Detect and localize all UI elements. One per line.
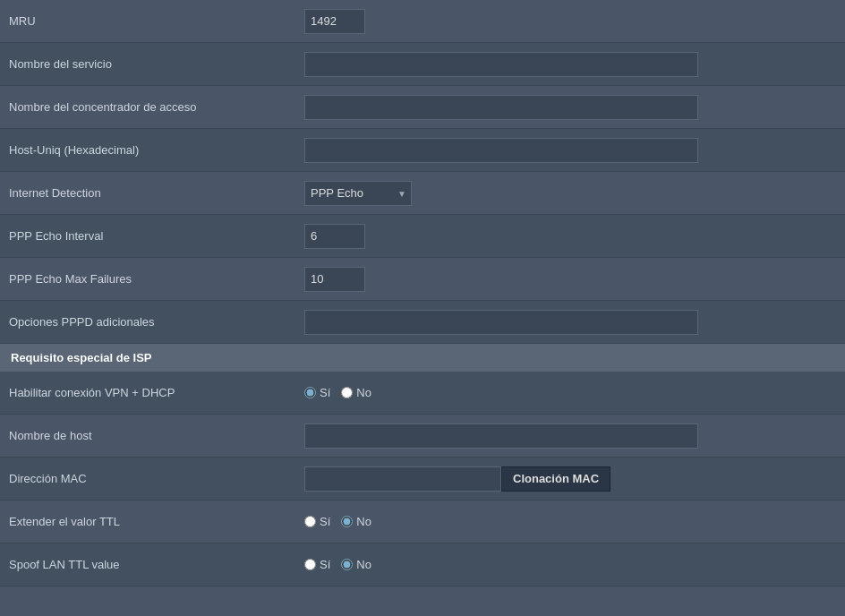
habilitar-vpn-si-radio[interactable] <box>304 387 316 398</box>
nombre-host-label: Nombre de host <box>9 429 304 442</box>
habilitar-vpn-si-text: Sí <box>320 386 330 399</box>
direccion-mac-input[interactable] <box>304 466 501 492</box>
extender-ttl-no-label[interactable]: No <box>341 515 371 528</box>
habilitar-vpn-si-label[interactable]: Sí <box>304 386 330 399</box>
internet-detection-label: Internet Detection <box>9 186 304 200</box>
extender-ttl-si-text: Sí <box>320 515 330 528</box>
direccion-mac-label: Dirección MAC <box>9 472 304 485</box>
form-container: MRU Nombre del servicio Nombre del conce… <box>0 0 845 586</box>
habilitar-vpn-radio-group: Sí No <box>304 386 371 399</box>
direccion-mac-row: Dirección MAC Clonación MAC <box>0 458 845 500</box>
extender-ttl-si-radio[interactable] <box>304 516 316 527</box>
ppp-echo-max-failures-row: PPP Echo Max Failures <box>0 258 845 301</box>
host-uniq-input[interactable] <box>304 138 698 163</box>
mru-label: MRU <box>9 14 304 28</box>
ppp-echo-interval-label: PPP Echo Interval <box>9 229 304 243</box>
ppp-echo-max-failures-label: PPP Echo Max Failures <box>9 272 304 286</box>
nombre-concentrador-label: Nombre del concentrador de acceso <box>9 100 304 114</box>
ppp-echo-max-failures-input[interactable] <box>304 267 365 292</box>
extender-ttl-no-text: No <box>356 515 371 528</box>
nombre-servicio-label: Nombre del servicio <box>9 57 304 71</box>
extender-ttl-si-label[interactable]: Sí <box>304 515 330 528</box>
extender-ttl-no-radio[interactable] <box>341 516 353 527</box>
spoof-lan-ttl-radio-group: Sí No <box>304 558 371 571</box>
extender-ttl-radio-group: Sí No <box>304 515 371 528</box>
section2-header: Requisito especial de ISP <box>0 344 845 372</box>
habilitar-vpn-row: Habilitar conexión VPN + DHCP Sí No <box>0 372 845 415</box>
nombre-host-row: Nombre de host <box>0 415 845 458</box>
spoof-lan-ttl-no-text: No <box>356 558 371 571</box>
extender-ttl-row: Extender el valor TTL Sí No <box>0 500 845 543</box>
extender-ttl-label: Extender el valor TTL <box>9 515 304 528</box>
spoof-lan-ttl-si-radio[interactable] <box>304 559 316 570</box>
ppp-echo-interval-input[interactable] <box>304 224 365 249</box>
opciones-pppd-input[interactable] <box>304 310 698 335</box>
spoof-lan-ttl-label: Spoof LAN TTL value <box>9 558 304 571</box>
host-uniq-label: Host-Uniq (Hexadecimal) <box>9 143 304 157</box>
host-uniq-row: Host-Uniq (Hexadecimal) <box>0 129 845 172</box>
clone-mac-button[interactable]: Clonación MAC <box>501 466 610 492</box>
mru-row: MRU <box>0 0 845 43</box>
nombre-host-input[interactable] <box>304 424 698 449</box>
nombre-servicio-input[interactable] <box>304 52 698 77</box>
spoof-lan-ttl-row: Spoof LAN TTL value Sí No <box>0 543 845 586</box>
habilitar-vpn-label: Habilitar conexión VPN + DHCP <box>9 386 304 399</box>
ppp-echo-interval-row: PPP Echo Interval <box>0 215 845 258</box>
spoof-lan-ttl-si-text: Sí <box>320 558 330 571</box>
opciones-pppd-label: Opciones PPPD adicionales <box>9 315 304 329</box>
spoof-lan-ttl-no-radio[interactable] <box>341 559 353 570</box>
internet-detection-row: Internet Detection PPP Echo HTTP Disable… <box>0 172 845 215</box>
internet-detection-select[interactable]: PPP Echo HTTP Disabled <box>304 181 412 206</box>
opciones-pppd-row: Opciones PPPD adicionales <box>0 301 845 344</box>
mru-input[interactable] <box>304 9 365 34</box>
habilitar-vpn-no-radio[interactable] <box>341 387 353 398</box>
habilitar-vpn-no-label[interactable]: No <box>341 386 371 399</box>
nombre-concentrador-row: Nombre del concentrador de acceso <box>0 86 845 129</box>
spoof-lan-ttl-no-label[interactable]: No <box>341 558 371 571</box>
spoof-lan-ttl-si-label[interactable]: Sí <box>304 558 330 571</box>
nombre-servicio-row: Nombre del servicio <box>0 43 845 86</box>
mac-input-group: Clonación MAC <box>304 466 610 492</box>
habilitar-vpn-no-text: No <box>356 386 371 399</box>
internet-detection-select-wrapper: PPP Echo HTTP Disabled ▼ <box>304 181 412 206</box>
nombre-concentrador-input[interactable] <box>304 95 698 120</box>
